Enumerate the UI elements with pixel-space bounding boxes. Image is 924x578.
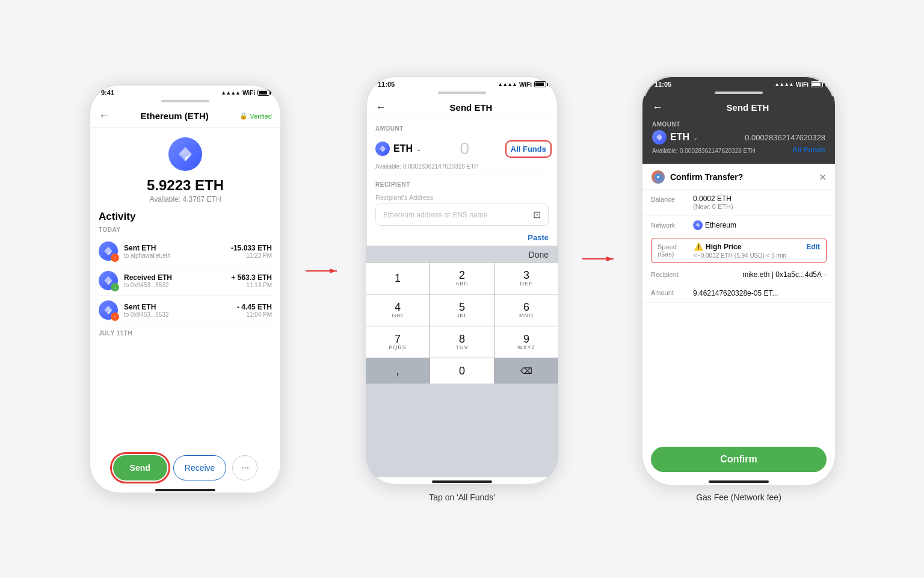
speed-name: High Price	[706, 243, 804, 251]
kb-key-6[interactable]: 6MNO	[494, 294, 558, 326]
tx-amount-col-1: -15.033 ETH 11:23 PM	[231, 244, 272, 259]
notch-area-1	[89, 99, 282, 105]
tx-amount-3: - 4.45 ETH	[237, 303, 272, 311]
activity-title: Activity	[99, 211, 272, 223]
main-scene: 9:41 ▲▲▲▲ WiFi ← Ethereum (ETH) 🔒	[0, 0, 924, 578]
tx-item-1[interactable]: ↑ Sent ETH to alphawallet.eth -15.033 ET…	[99, 237, 272, 266]
lock-icon: 🔒	[239, 112, 248, 120]
notch-line-1	[161, 100, 209, 102]
back-button-3[interactable]: ←	[652, 101, 663, 114]
status-time-3: 11:05	[654, 81, 671, 88]
tx-amount-1: -15.033 ETH	[231, 244, 272, 252]
balance-value: 0.0002 ETH	[693, 194, 827, 203]
verified-badge: 🔒 Verified	[239, 112, 272, 120]
speed-title-row: ⚠️ High Price Edit	[694, 242, 820, 251]
recv-badge-2: ↓	[111, 283, 119, 291]
wifi-icon-2: WiFi	[519, 81, 532, 88]
kb-key-1[interactable]: 1	[366, 263, 430, 294]
status-bar-2: 11:05 ▲▲▲▲ WiFi	[366, 76, 558, 90]
signal-icon-3: ▲▲▲▲	[774, 81, 793, 87]
tx-sub-1: to alphawallet.eth	[124, 252, 231, 259]
eth-available: Available: 4.3787 ETH	[149, 195, 221, 204]
kb-key-backspace[interactable]: ⌫	[494, 358, 558, 384]
eth-logo-large	[168, 137, 202, 171]
tx-icon-wrap-1: ↑	[99, 241, 118, 261]
kb-key-5[interactable]: 5JKL	[430, 294, 494, 326]
kb-key-7[interactable]: 7PQRS	[366, 326, 430, 358]
more-button[interactable]: ···	[232, 455, 257, 480]
kb-key-2[interactable]: 2ABC	[430, 263, 494, 294]
tx-item-3[interactable]: ↑ Sent ETH to 0x9453...5532 - 4.45 ETH 1…	[99, 296, 272, 325]
speed-detail: <~0.0032 ETH (5,94 USD) < 5 min	[694, 252, 820, 259]
warning-icon: ⚠️	[694, 242, 703, 251]
activity-section: Activity TODAY ↑ Sent ETH to alphawalle	[89, 211, 282, 449]
network-row: Network Ethereum	[642, 216, 835, 235]
wifi-icon-3: WiFi	[796, 81, 808, 88]
s3-title: Send ETH	[670, 102, 825, 113]
eth-mini-icon	[693, 220, 703, 230]
verified-label: Verified	[250, 113, 272, 120]
recipient-section: Recipient's Address Ethereum address or …	[366, 190, 558, 229]
recipient-label: Recipient	[651, 271, 679, 278]
close-button[interactable]: ✕	[819, 172, 827, 183]
receive-button[interactable]: Receive	[173, 455, 227, 480]
kb-key-comma[interactable]: ,	[366, 358, 430, 384]
network-badge: Ethereum	[693, 220, 736, 230]
s3-top-section: ← Send ETH AMOUNT ETH ⌄	[642, 96, 835, 164]
recipient-row[interactable]: Recipient mike.eth | 0x1a5c...4d5A ›	[642, 266, 835, 284]
dialog-title: Confirm Transfer?	[670, 172, 819, 182]
kb-key-0[interactable]: 0	[430, 358, 494, 384]
send-button[interactable]: Send	[113, 455, 167, 480]
battery-icon-2	[534, 81, 546, 87]
all-funds-button[interactable]: All Funds	[508, 143, 549, 155]
s3-eth-selector[interactable]: ETH ⌄	[652, 130, 698, 144]
screen3-caption: Gas Fee (Network fee)	[696, 493, 781, 502]
speed-gas-row: Speed (Gas) ⚠️ High Price Edit <~0.0032 …	[651, 238, 827, 263]
s3-amount-value: 0.00028362147620328	[745, 133, 825, 142]
s3-chevron-down: ⌄	[693, 134, 698, 141]
arrow2	[582, 252, 618, 266]
back-button-1[interactable]: ←	[99, 110, 109, 122]
home-indicator-3	[642, 477, 835, 485]
done-label[interactable]: Done	[529, 250, 549, 259]
home-bar-1	[155, 489, 215, 491]
balance-new: (New: 0 ETH)	[693, 203, 827, 210]
dialog-header: Confirm Transfer? ✕	[642, 164, 835, 190]
amount-val-d: 9.462147620328e-05 ET...	[693, 289, 778, 297]
phone2-send-eth: 11:05 ▲▲▲▲ WiFi ← Send ETH AMOUNT	[366, 76, 558, 485]
send-header: ← Send ETH	[366, 96, 558, 119]
tx-item-2[interactable]: ↓ Received ETH to 0x9453...5532 + 563.3 …	[99, 266, 272, 296]
phone3-confirm: 11:05 ▲▲▲▲ WiFi ← Send ETH	[642, 76, 835, 485]
kb-key-9[interactable]: 9WXYZ	[494, 326, 558, 358]
scan-icon[interactable]: ⊡	[533, 209, 541, 220]
eth-selector[interactable]: ETH ⌄	[375, 141, 421, 156]
s3-amount-label: AMOUNT	[652, 121, 825, 128]
notch-area-2	[366, 90, 558, 96]
edit-button[interactable]: Edit	[806, 243, 820, 251]
kb-key-8[interactable]: 8TUV	[430, 326, 494, 358]
tx-amount-2: + 563.3 ETH	[231, 273, 272, 282]
tx-info-2: Received ETH to 0x9453...5532	[124, 273, 231, 288]
speed-label: Speed (Gas)	[658, 242, 694, 258]
back-button-2[interactable]: ←	[375, 101, 386, 114]
tx-time-2: 11:13 PM	[231, 282, 272, 288]
network-label: Network	[651, 220, 693, 229]
tx-time-1: 11:23 PM	[231, 252, 272, 259]
tx-info-1: Sent ETH to alphawallet.eth	[124, 244, 231, 259]
kb-key-4[interactable]: 4GHI	[366, 294, 430, 326]
done-row: Done	[366, 246, 558, 262]
paste-button[interactable]: Paste	[366, 229, 558, 246]
s3-available: Available: 0.00028362147620328 ETH	[652, 148, 756, 154]
s3-eth-label: ETH	[670, 132, 689, 143]
kb-key-3[interactable]: 3DEF	[494, 263, 558, 294]
s3-all-funds[interactable]: All Funds	[792, 146, 825, 154]
confirm-btn-wrap: Confirm	[642, 440, 835, 477]
phone1-content: ← Ethereum (ETH) 🔒 Verified	[89, 105, 282, 494]
tx-icon-wrap-2: ↓	[99, 271, 118, 290]
available-text-2: Available: 0.00028362147620328 ETH	[366, 163, 558, 175]
keyboard-area: Done 1 2ABC 3DEF 4GHI 5JKL 6MNO 7PQRS 8T…	[366, 246, 558, 477]
confirm-button[interactable]: Confirm	[651, 447, 827, 472]
notch-line-2	[438, 92, 486, 94]
recipient-field[interactable]: Ethereum address or ENS name ⊡	[375, 204, 549, 226]
tx-amount-col-2: + 563.3 ETH 11:13 PM	[231, 273, 272, 288]
